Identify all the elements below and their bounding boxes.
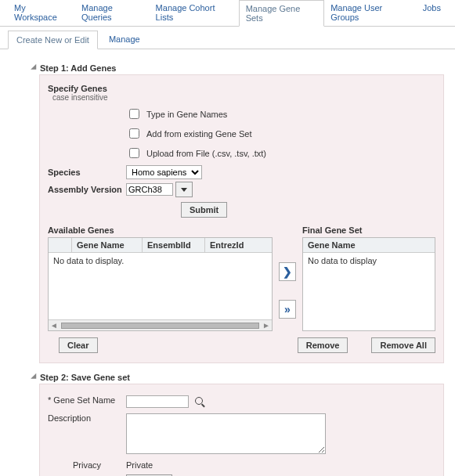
checkbox-upload-file[interactable] — [129, 148, 139, 158]
remove-button[interactable]: Remove — [298, 337, 348, 353]
final-no-data: No data to display — [303, 253, 435, 269]
step2-panel: Gene Set Name Description Privacy Privat… — [39, 384, 444, 476]
final-gene-set-table[interactable]: Gene Name No data to display — [302, 237, 435, 331]
available-no-data: No data to display. — [49, 253, 272, 269]
case-insensitive-note: case insensitive — [48, 93, 126, 102]
remove-all-button[interactable]: Remove All — [371, 337, 435, 353]
collapse-icon — [31, 373, 39, 382]
assembly-label: Assembly Version — [48, 185, 126, 194]
species-select[interactable]: Homo sapiens — [126, 165, 202, 179]
double-chevron-right-icon: » — [284, 303, 291, 316]
available-genes-table[interactable]: Gene Name EnsemblId EntrezId No data to … — [48, 237, 273, 331]
scroll-left-icon[interactable]: ◄ — [50, 321, 58, 330]
gene-set-name-label: Gene Set Name — [48, 395, 126, 405]
description-label: Description — [48, 413, 126, 423]
final-gene-set-label: Final Gene Set — [302, 225, 435, 235]
search-icon[interactable] — [194, 396, 207, 409]
step2-title: Step 2: Save Gene set — [40, 373, 130, 382]
sub-nav-tabs: Create New or Edit Manage — [0, 27, 455, 49]
subtab-manage[interactable]: Manage — [101, 31, 148, 49]
assembly-input[interactable] — [126, 183, 173, 196]
species-label: Species — [48, 168, 126, 177]
label-type-names: Type in Gene Names — [146, 110, 227, 119]
available-genes-label: Available Genes — [48, 225, 273, 235]
step1-title: Step 1: Add Genes — [40, 63, 116, 73]
collapse-icon — [31, 64, 39, 73]
col-entrez-id[interactable]: EntrezId — [205, 238, 272, 252]
chevron-right-icon: ❯ — [283, 265, 292, 278]
step1-panel: Specify Genes case insensitive Type in G… — [39, 74, 444, 363]
scroll-thumb[interactable] — [61, 323, 259, 329]
step2-header[interactable]: Step 2: Save Gene set — [11, 373, 444, 382]
move-all-right-button[interactable]: » — [279, 300, 296, 319]
top-nav-tabs: My Workspace Manage Queries Manage Cohor… — [0, 0, 455, 27]
label-upload-file: Upload from File (.csv, .tsv, .txt) — [146, 149, 266, 158]
step1-header[interactable]: Step 1: Add Genes — [11, 63, 444, 73]
move-right-button[interactable]: ❯ — [279, 262, 296, 281]
privacy-label: Privacy — [48, 460, 126, 470]
checkbox-type-names[interactable] — [129, 109, 139, 119]
label-add-existing: Add from existing Gene Set — [146, 129, 252, 139]
gene-set-name-input[interactable] — [126, 395, 189, 408]
clear-button[interactable]: Clear — [59, 337, 98, 353]
final-col-gene-name[interactable]: Gene Name — [303, 238, 435, 252]
col-spacer — [49, 238, 72, 252]
description-textarea[interactable] — [126, 413, 326, 454]
assembly-dropdown-button[interactable] — [175, 182, 193, 197]
checkbox-add-existing[interactable] — [129, 128, 139, 139]
tab-jobs[interactable]: Jobs — [417, 0, 447, 26]
scroll-right-icon[interactable]: ► — [262, 321, 270, 330]
col-ensembl-id[interactable]: EnsemblId — [143, 238, 205, 252]
tab-manage-user-groups[interactable]: Manage User Groups — [324, 0, 417, 26]
tab-my-workspace[interactable]: My Workspace — [8, 0, 75, 26]
specify-genes-label: Specify Genes — [48, 84, 126, 93]
step1-submit-button[interactable]: Submit — [181, 202, 227, 218]
tab-manage-cohort-lists[interactable]: Manage Cohort Lists — [150, 0, 239, 26]
tab-manage-queries[interactable]: Manage Queries — [75, 0, 150, 26]
tab-manage-gene-sets[interactable]: Manage Gene Sets — [239, 0, 325, 27]
col-gene-name[interactable]: Gene Name — [72, 238, 143, 252]
privacy-value: Private — [126, 460, 435, 470]
horizontal-scrollbar[interactable]: ◄ ► — [49, 319, 272, 330]
subtab-create-new[interactable]: Create New or Edit — [8, 31, 98, 49]
